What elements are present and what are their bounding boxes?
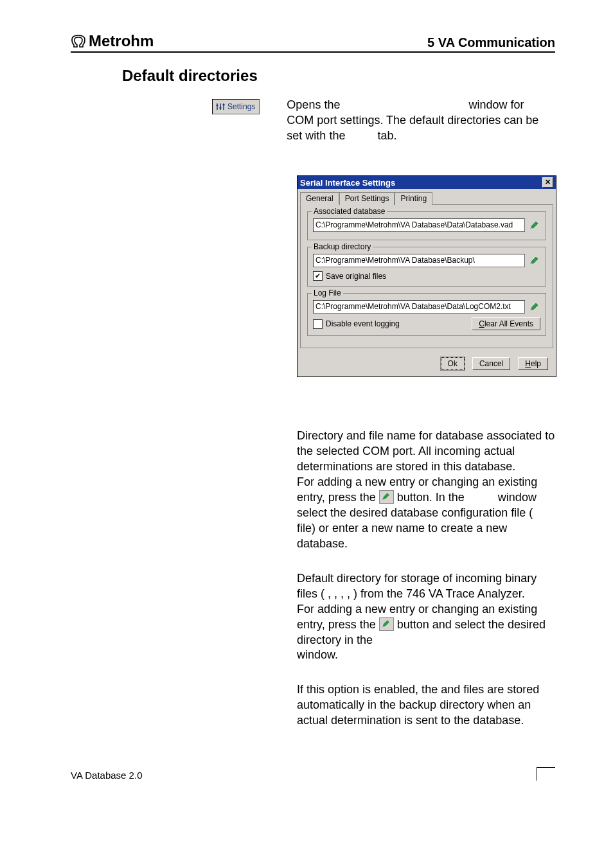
pencil-icon xyxy=(379,617,394,631)
brand-logo: Metrohm xyxy=(71,32,154,50)
section-title: Default directories xyxy=(122,67,555,85)
help-button[interactable]: Help xyxy=(518,357,548,370)
backup-para1: Default directory for storage of incomin… xyxy=(297,571,555,602)
cancel-button[interactable]: Cancel xyxy=(472,357,510,370)
settings-button[interactable]: Settings xyxy=(212,99,260,114)
tab-printing[interactable]: Printing xyxy=(395,192,432,205)
group-legend: Backup directory xyxy=(312,242,373,251)
settings-button-label: Settings xyxy=(227,102,255,111)
omega-icon xyxy=(71,34,87,48)
backup-dir-field[interactable]: C:\Programme\Metrohm\VA Database\Backup\ xyxy=(313,254,525,267)
close-icon[interactable]: ✕ xyxy=(542,177,553,188)
pencil-icon xyxy=(379,490,394,504)
footer-left: VA Database 2.0 xyxy=(71,770,142,781)
edit-backup-dir-button[interactable] xyxy=(529,255,540,267)
svg-rect-5 xyxy=(223,104,225,105)
edit-assoc-db-button[interactable] xyxy=(529,220,540,231)
page-number-box xyxy=(537,767,555,781)
brand-text: Metrohm xyxy=(89,32,154,50)
serial-interface-dialog: Serial Interface Settings ✕ General Port… xyxy=(297,175,556,377)
chapter-title: 5 VA Communication xyxy=(427,35,555,50)
backup-para2: For adding a new entry or changing an ex… xyxy=(297,602,555,664)
svg-rect-3 xyxy=(217,105,218,106)
intro-paragraph: Opens the window for COM port settings. … xyxy=(287,98,540,143)
pencil-icon xyxy=(529,220,540,231)
save-original-checkbox[interactable]: ✔ xyxy=(313,271,323,281)
tab-general[interactable]: General xyxy=(300,192,339,205)
log-file-field[interactable]: C:\Programme\Metrohm\VA Database\Data\Lo… xyxy=(313,300,525,314)
ok-button[interactable]: Ok xyxy=(441,357,465,370)
disable-logging-label: Disable event logging xyxy=(326,319,400,328)
sliders-icon xyxy=(215,102,226,111)
group-log-file: Log File C:\Programme\Metrohm\VA Databas… xyxy=(307,293,546,336)
pencil-icon xyxy=(529,256,540,266)
group-legend: Log File xyxy=(312,288,343,297)
dialog-title: Serial Interface Settings xyxy=(300,178,395,188)
group-legend: Associated database xyxy=(312,207,387,216)
pencil-icon xyxy=(529,302,540,312)
disable-logging-checkbox[interactable] xyxy=(313,319,323,329)
svg-rect-4 xyxy=(220,107,222,109)
group-associated-database: Associated database C:\Programme\Metrohm… xyxy=(307,211,546,240)
assoc-db-para2: For adding a new entry or changing an ex… xyxy=(297,475,555,552)
group-backup-directory: Backup directory C:\Programme\Metrohm\VA… xyxy=(307,247,546,287)
associated-db-field[interactable]: C:\Programme\Metrohm\VA Database\Data\Da… xyxy=(313,218,525,232)
clear-all-events-button[interactable]: Clear All Events xyxy=(472,317,540,330)
assoc-db-para1: Directory and file name for database ass… xyxy=(297,429,555,475)
tab-port-settings[interactable]: Port Settings xyxy=(339,192,395,205)
edit-log-file-button[interactable] xyxy=(529,301,540,313)
save-original-label: Save original files xyxy=(326,272,386,281)
save-orig-para: If this option is enabled, the and files… xyxy=(297,682,555,729)
